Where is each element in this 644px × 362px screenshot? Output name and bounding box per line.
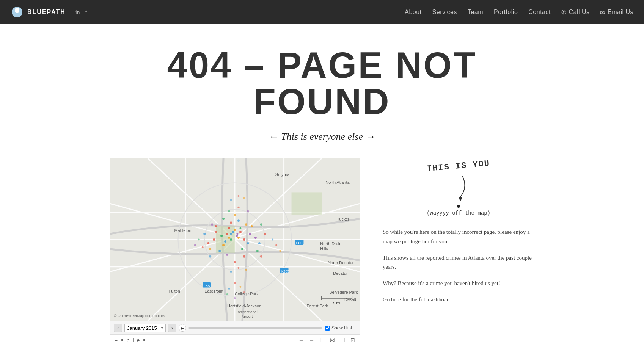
svg-text:Mableton: Mableton [174, 228, 191, 233]
svg-text:North Atlanta: North Atlanta [325, 180, 350, 185]
map-prev-btn[interactable]: ‹ [114, 324, 122, 332]
show-hist-label: Show Hist... [331, 325, 356, 331]
svg-point-67 [230, 271, 232, 273]
location-dot [457, 205, 460, 208]
svg-text:5 mi: 5 mi [333, 301, 340, 305]
map-svg: Smyrna North Atlanta Tucker Mableton Nor… [110, 158, 360, 321]
svg-point-62 [279, 250, 281, 252]
nav-left: BLUEPATH in f [11, 6, 87, 19]
svg-point-79 [230, 199, 232, 201]
svg-text:Hills: Hills [320, 246, 328, 251]
svg-point-60 [275, 244, 277, 246]
svg-point-21 [236, 235, 238, 237]
svg-point-75 [226, 293, 228, 295]
email-icon: ✉ [600, 9, 605, 16]
svg-point-37 [230, 221, 232, 224]
svg-point-69 [237, 207, 239, 208]
logo-text: BLUEPATH [27, 9, 66, 16]
nav-services[interactable]: Services [432, 9, 457, 16]
svg-text:Forest Park: Forest Park [306, 304, 328, 308]
nav-email[interactable]: ✉ Email Us [600, 9, 633, 16]
map-toolbar-left: ‹ January 2015 › ▶ [114, 324, 322, 332]
svg-point-65 [194, 244, 196, 246]
svg-point-74 [239, 286, 241, 288]
svg-point-18 [232, 231, 234, 233]
svg-point-23 [224, 240, 226, 243]
svg-point-52 [260, 223, 262, 226]
svg-text:Belvedere Park: Belvedere Park [329, 290, 358, 295]
svg-text:© OpenStreetMap contributors: © OpenStreetMap contributors [114, 313, 165, 318]
tableau-forward-icon[interactable]: → [309, 337, 314, 343]
nav-call[interactable]: ✆ Call Us [561, 9, 590, 16]
map-next-btn[interactable]: › [168, 324, 176, 332]
map-toolbar: ‹ January 2015 › ▶ Show Hist... [110, 321, 360, 334]
tableau-bar: + a b l e a u ← → ⊢ ⋈ ☐ ⊡ [110, 334, 360, 346]
logo[interactable]: BLUEPATH [11, 6, 66, 19]
wayyyy-text: (wayyyy off the map) [383, 210, 534, 216]
svg-point-68 [245, 269, 247, 271]
subtitle: ← This is everyone else → [110, 131, 534, 143]
logo-icon [11, 6, 24, 19]
svg-point-36 [254, 237, 257, 239]
svg-text:Fulton: Fulton [169, 289, 180, 293]
svg-point-77 [234, 297, 236, 299]
phone-icon: ✆ [561, 9, 567, 16]
tableau-logo: + a b l e a u [115, 337, 152, 343]
svg-point-41 [215, 231, 217, 233]
nav-social: in f [72, 9, 87, 16]
svg-point-73 [228, 288, 230, 290]
svg-point-54 [209, 255, 211, 258]
show-hist-checkbox[interactable] [325, 326, 330, 331]
desc-para-2: This shows all the reported crimes in At… [383, 253, 534, 272]
svg-point-71 [247, 210, 249, 212]
svg-text:North Decatur: North Decatur [328, 260, 354, 265]
svg-point-26 [220, 235, 223, 237]
map-show-hist[interactable]: Show Hist... [325, 325, 356, 331]
svg-point-24 [228, 237, 230, 239]
desc-para-1: So while you're here on the totally inco… [383, 227, 534, 246]
svg-point-47 [264, 233, 266, 235]
map-container: Smyrna North Atlanta Tucker Mableton Nor… [110, 158, 360, 346]
tableau-home-icon[interactable]: ⊢ [320, 337, 324, 343]
svg-point-56 [234, 229, 236, 231]
svg-point-45 [243, 255, 245, 258]
svg-point-19 [237, 237, 240, 239]
svg-point-80 [243, 197, 245, 199]
dashboard-link[interactable]: here [391, 296, 401, 302]
tableau-back-icon[interactable]: ← [298, 337, 304, 343]
tableau-expand-icon[interactable]: ⊡ [350, 337, 355, 343]
nav-portfolio[interactable]: Portfolio [494, 9, 518, 16]
svg-point-66 [237, 267, 239, 269]
desc-para-3: Why? Because it's a crime you haven't hi… [383, 279, 534, 288]
svg-point-29 [222, 244, 225, 246]
svg-text:Tucker: Tucker [337, 217, 349, 221]
svg-text:International: International [237, 310, 258, 314]
map-date-select[interactable]: January 2015 [124, 324, 166, 332]
svg-point-50 [234, 261, 236, 263]
nav-contact[interactable]: Contact [528, 9, 551, 16]
svg-text:Decatur: Decatur [333, 271, 348, 276]
svg-point-32 [241, 248, 243, 250]
svg-point-31 [213, 238, 215, 241]
nav-about[interactable]: About [405, 9, 421, 16]
tableau-comment-icon[interactable]: ☐ [340, 337, 345, 343]
svg-point-72 [234, 282, 236, 284]
nav-right: About Services Team Portfolio Contact ✆ … [405, 9, 633, 16]
svg-text:North Druid: North Druid [320, 241, 341, 246]
svg-point-35 [207, 242, 209, 244]
arrow-svg [443, 174, 474, 201]
tableau-share-icon[interactable]: ⋈ [330, 337, 335, 343]
svg-point-39 [245, 223, 247, 226]
svg-point-48 [203, 233, 206, 235]
map-play-btn[interactable]: ▶ [179, 324, 186, 332]
svg-point-49 [234, 214, 236, 216]
svg-text:I-285: I-285 [281, 269, 290, 273]
svg-point-30 [249, 233, 251, 235]
error-title: 404 – PAGE NOT FOUND [110, 47, 534, 120]
facebook-link[interactable]: f [85, 9, 87, 15]
main-content: 404 – PAGE NOT FOUND ← This is everyone … [94, 24, 550, 362]
linkedin-link[interactable]: in [75, 9, 80, 15]
nav-team[interactable]: Team [468, 9, 483, 16]
map-slider[interactable] [188, 327, 322, 329]
svg-point-63 [198, 239, 200, 241]
